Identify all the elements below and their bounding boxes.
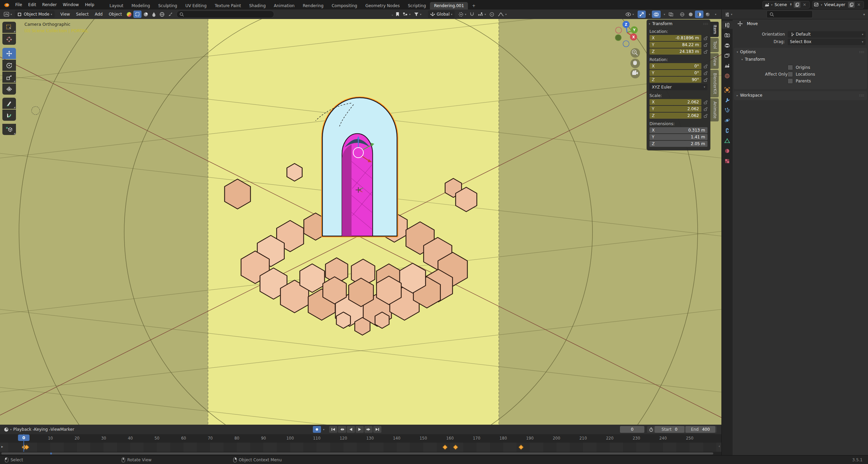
previous-keyframe-button[interactable]: [338, 426, 346, 433]
camera-view-button[interactable]: [630, 69, 640, 78]
editor-type-selector[interactable]: ▾: [2, 11, 14, 18]
lock-location-z-icon[interactable]: [701, 50, 707, 54]
tab-scene[interactable]: [722, 62, 733, 70]
shading-material-toggle[interactable]: [695, 11, 703, 18]
dimensions-x-field[interactable]: X0.313 m: [649, 127, 707, 133]
tab-modifiers[interactable]: [722, 96, 733, 104]
shading-dropdown[interactable]: ▾: [712, 11, 718, 18]
workspace-drag-handle[interactable]: ∷∷: [859, 94, 864, 97]
delete-scene-button[interactable]: ✕: [801, 2, 808, 8]
play-reverse-button[interactable]: [347, 426, 355, 433]
scene-selector[interactable]: ▾ Scene 🖈︎ ✕: [762, 1, 810, 8]
gizmos-dropdown[interactable]: ▾: [646, 11, 652, 18]
outliner-sync-icon[interactable]: ▾: [401, 11, 412, 18]
lock-location-y-icon[interactable]: [701, 43, 707, 47]
asset-sphere-icon[interactable]: [126, 12, 132, 17]
workspace-tab-scripting[interactable]: Scripting: [404, 2, 430, 9]
tool-scale[interactable]: [2, 72, 16, 83]
tab-physics[interactable]: [722, 116, 733, 124]
scale-x-field[interactable]: X2.062: [649, 99, 701, 105]
end-frame-field[interactable]: End400: [685, 426, 715, 433]
menu-select[interactable]: Select: [73, 12, 92, 17]
tab-object-data[interactable]: [722, 137, 733, 144]
scale-y-field[interactable]: Y2.062: [649, 106, 701, 112]
overlays-dropdown[interactable]: ▾: [661, 11, 667, 18]
timeline-editor-type-icon[interactable]: ▾: [2, 426, 13, 433]
pivot-point-dropdown[interactable]: ▾: [457, 11, 468, 18]
select-box-tool-icon[interactable]: [133, 11, 141, 18]
axis-neg-y[interactable]: [615, 35, 621, 41]
tool-cursor[interactable]: [2, 34, 16, 45]
menu-window[interactable]: Window: [60, 0, 82, 9]
location-y-field[interactable]: Y84.22 m: [649, 42, 701, 48]
viewlayer-selector[interactable]: ▾ ViewLayer ✕: [812, 1, 864, 8]
xray-toggle[interactable]: [667, 11, 675, 18]
copy-viewlayer-button[interactable]: [848, 2, 855, 8]
checkbox-origins[interactable]: [788, 65, 793, 70]
scale-z-field[interactable]: Z2.062: [649, 113, 701, 119]
menu-render[interactable]: Render: [39, 0, 60, 9]
workspace-tab-compositing[interactable]: Compositing: [327, 2, 361, 9]
shading-wireframe-toggle[interactable]: [678, 11, 686, 18]
options-panel-header[interactable]: ▾ Options ∷∷: [734, 48, 867, 56]
tool-orientation-dropdown[interactable]: Default▾: [788, 31, 866, 38]
keyframe-diamond[interactable]: [453, 445, 458, 450]
shading-rendered-toggle[interactable]: [703, 11, 712, 18]
channel-expand-icon[interactable]: ▸: [1, 445, 3, 448]
tab-world[interactable]: [722, 72, 733, 80]
tool-select-box[interactable]: [2, 22, 16, 33]
auto-key-dropdown[interactable]: ▾: [323, 428, 324, 431]
tab-view-layer[interactable]: [722, 52, 733, 59]
timeline-tracks[interactable]: ▸ ‹: [0, 443, 721, 452]
workspace-tab-rendering[interactable]: Rendering: [299, 2, 327, 9]
workspace-tab-layout[interactable]: Layout: [106, 2, 128, 9]
location-z-field[interactable]: Z24.183 m: [649, 49, 701, 55]
menu-help[interactable]: Help: [82, 0, 97, 9]
paint-drop-icon[interactable]: [150, 11, 158, 18]
lock-scale-z-icon[interactable]: [701, 114, 707, 118]
menu-view-timeline[interactable]: View: [51, 427, 60, 432]
proportional-editing-icon[interactable]: [488, 11, 496, 18]
axis-neg-x[interactable]: [616, 27, 622, 33]
timeline-ruler[interactable]: 1020304050607080901001101201301401501601…: [0, 434, 721, 443]
menu-keying[interactable]: Keying▾: [34, 427, 51, 432]
location-x-field[interactable]: X-0.81896 m: [649, 35, 701, 41]
start-frame-field[interactable]: Start0: [655, 426, 684, 433]
n-tab-view[interactable]: View: [710, 53, 719, 69]
workspace-tab-sculpting[interactable]: Sculpting: [154, 2, 181, 9]
current-frame-field[interactable]: 0: [620, 426, 644, 433]
workspace-tab-texture-paint[interactable]: Texture Paint: [211, 2, 245, 9]
brush-icon[interactable]: [166, 11, 174, 18]
filter-icon[interactable]: ▾: [412, 11, 423, 18]
collapse-icon[interactable]: ⌄: [391, 13, 394, 16]
shading-solid-toggle[interactable]: [686, 11, 695, 18]
falloff-curve-dropdown[interactable]: ▾: [496, 11, 508, 18]
tab-particles[interactable]: [722, 106, 733, 114]
portal-arch[interactable]: [316, 98, 397, 236]
scene-name[interactable]: Scene: [772, 2, 789, 7]
menu-marker[interactable]: Marker: [60, 427, 74, 432]
playhead-current-frame[interactable]: 0: [18, 434, 30, 441]
properties-editor-type-icon[interactable]: ▾: [723, 11, 734, 18]
dimensions-z-field[interactable]: Z2.05 m: [649, 141, 707, 147]
jump-to-end-button[interactable]: [373, 426, 381, 433]
play-button[interactable]: [356, 426, 364, 433]
tool-rotate[interactable]: [2, 60, 16, 71]
tool-measure[interactable]: [2, 110, 16, 121]
jump-to-start-button[interactable]: [329, 426, 337, 433]
properties-search-input[interactable]: [767, 11, 813, 18]
copy-scene-button[interactable]: [794, 2, 800, 8]
viewlayer-name[interactable]: ViewLayer: [822, 2, 847, 7]
tool-move[interactable]: [2, 48, 16, 59]
options-drag-handle[interactable]: ∷∷: [859, 50, 864, 54]
n-tab-item[interactable]: Item: [710, 22, 719, 37]
tab-render[interactable]: [722, 31, 733, 39]
n-tab-tool[interactable]: Tool: [710, 38, 719, 52]
zoom-button[interactable]: [630, 48, 640, 58]
use-preview-range-icon[interactable]: [649, 427, 653, 432]
menu-object[interactable]: Object: [106, 12, 125, 17]
transform-subpanel-header[interactable]: ▾ Transform: [734, 56, 867, 63]
lock-rotation-x-icon[interactable]: [701, 64, 707, 69]
snap-target-dropdown[interactable]: ▾: [476, 11, 488, 18]
timeline-scrollbar-thumb[interactable]: [1, 452, 713, 455]
